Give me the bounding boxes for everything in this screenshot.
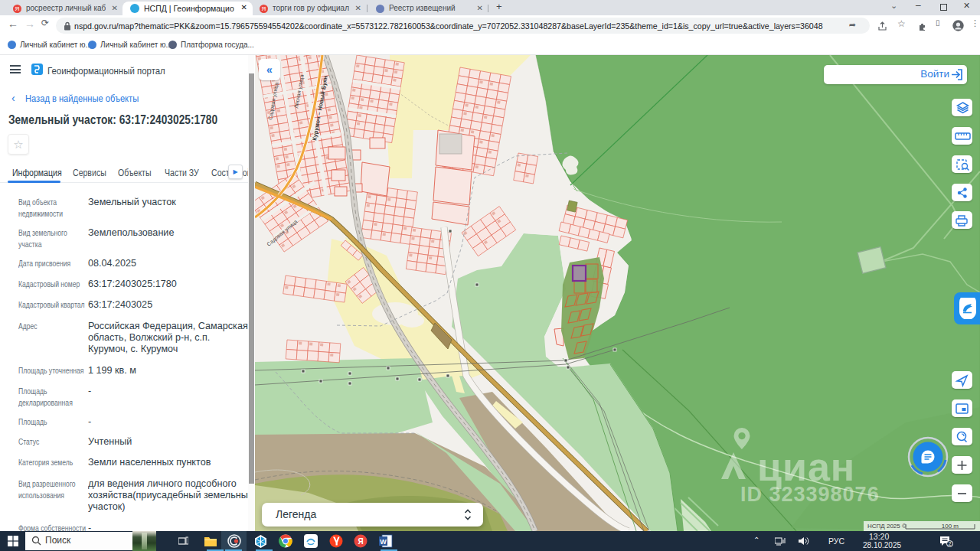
svg-text:Я: Я <box>358 537 363 546</box>
svg-text:ID 323398076: ID 323398076 <box>740 483 880 506</box>
svg-text:2: 2 <box>949 541 952 546</box>
svg-text:W: W <box>380 538 387 546</box>
